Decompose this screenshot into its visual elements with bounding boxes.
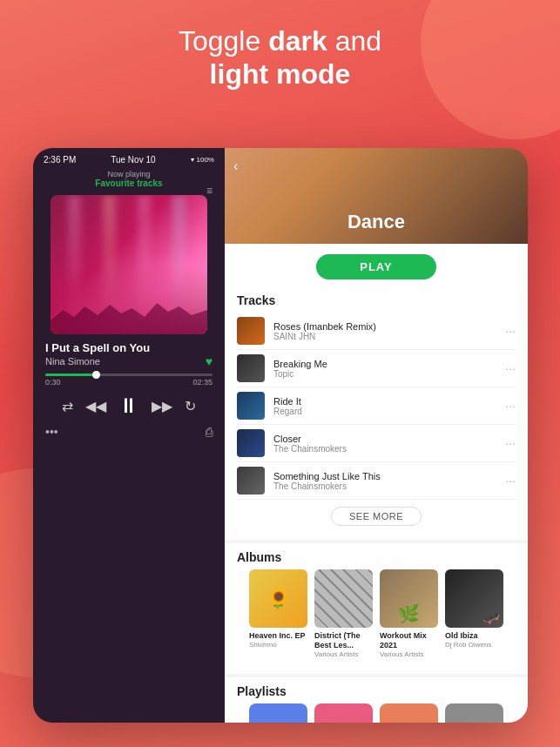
track-thumbnail (237, 429, 265, 457)
album-name: District (The Best Les... (314, 631, 373, 650)
playlists-title: Playlists (237, 684, 516, 698)
header-text: Toggle dark and light mode (0, 24, 560, 91)
song-title: I Put a Spell on You (45, 341, 213, 354)
track-info: Breaking Me Topic (273, 359, 505, 379)
play-pause-button[interactable]: ⏸ (118, 394, 139, 418)
progress-bar[interactable]: 0:30 02:35 (33, 368, 225, 388)
crowd-silhouette (51, 291, 207, 334)
track-thumbnail (237, 467, 265, 495)
table-row: Roses (Imanbek Remix) SAINt JHN ··· (237, 313, 516, 350)
see-more-row: SEE MORE (237, 500, 516, 533)
table-row: Ride It Regard ··· (237, 387, 516, 425)
album-artist: Various Artists (380, 650, 438, 658)
track-name: Roses (Imanbek Remix) (273, 321, 505, 332)
genre-header: ‹ Dance (225, 148, 528, 244)
share-icon[interactable]: ⎙ (206, 425, 213, 439)
list-item[interactable]: 🛹 Old Ibiza Dj Rob Olwens (445, 569, 503, 658)
song-info: I Put a Spell on You Nina Simone ♥ (33, 341, 225, 368)
tracks-section: Tracks Roses (Imanbek Remix) SAINt JHN ·… (225, 286, 528, 540)
back-button[interactable]: ‹ (225, 155, 246, 178)
playback-controls: ⇄ ◀◀ ⏸ ▶▶ ↻ (33, 388, 225, 423)
genre-title: Dance (225, 211, 528, 233)
play-button[interactable]: PLAY (316, 254, 435, 279)
prev-button[interactable]: ◀◀ (85, 398, 106, 414)
tracks-title: Tracks (237, 293, 516, 307)
playlist-label: EDM Motivation (450, 722, 498, 723)
repeat-button[interactable]: ↻ (185, 398, 196, 414)
status-icons: ▾ 100% (191, 156, 214, 164)
genre-panel[interactable]: ‹ Dance PLAY Tracks Roses (Imanbek Remix… (225, 148, 528, 723)
playlist-card-new-dance: New Dance (380, 703, 438, 723)
playlists-grid: Dance Party Dance Party Antoine · Dance … (237, 703, 516, 723)
list-item[interactable]: New Dance New Dance Antoine · Dance & ED… (380, 703, 438, 723)
track-artist: Regard (273, 407, 505, 416)
album-artist: Dj Rob Olwens (445, 641, 503, 649)
list-item[interactable]: District (The Best Les... Various Artist… (314, 569, 373, 658)
albums-grid: 🌻 Heaven Inc. EP Shlohmo District (The B… (237, 569, 516, 667)
playlist-card-edm: EDM Motivation (445, 703, 503, 723)
track-more-icon[interactable]: ··· (505, 474, 516, 488)
track-name: Something Just Like This (273, 471, 505, 481)
now-playing-label: Now playing (33, 170, 225, 178)
track-info: Something Just Like This The Chainsmoker… (273, 471, 505, 491)
track-thumbnail (237, 317, 265, 345)
status-bar: 2:36 PM Tue Nov 10 ▾ 100% (33, 148, 225, 168)
list-item[interactable]: 🌿 Workout Mix 2021 Various Artists (380, 569, 438, 658)
track-more-icon[interactable]: ··· (505, 324, 516, 338)
music-player-panel: 2:36 PM Tue Nov 10 ▾ 100% Now playing Fa… (33, 148, 225, 723)
track-info: Ride It Regard (273, 396, 505, 416)
track-artist: Topic (273, 369, 505, 379)
see-more-button[interactable]: SEE MORE (331, 507, 422, 526)
header-line1: Toggle dark and (0, 24, 560, 57)
dark-word: dark (268, 25, 327, 57)
album-cover-1: 🌻 (249, 569, 307, 628)
playlist-label: Dance Party (254, 722, 302, 723)
track-more-icon[interactable]: ··· (505, 399, 516, 413)
progress-times: 0:30 02:35 (45, 378, 213, 387)
track-thumbnail (237, 354, 265, 382)
more-dots[interactable]: ••• (45, 425, 58, 439)
list-item[interactable]: Feel Good Dance Feel Good Dance Antoine … (314, 703, 373, 723)
album-name: Old Ibiza (445, 631, 503, 641)
next-button[interactable]: ▶▶ (152, 398, 172, 414)
track-info: Closer The Chainsmokers (273, 434, 505, 454)
album-artist: Shlohmo (249, 641, 307, 649)
status-time: 2:36 PM (44, 155, 76, 165)
wifi-icon: ▾ (191, 156, 194, 164)
track-artist: SAINt JHN (273, 332, 505, 341)
track-name: Breaking Me (273, 359, 505, 369)
progress-fill (45, 374, 96, 376)
song-artist-row: Nina Simone ♥ (45, 354, 213, 368)
album-cover-2 (314, 569, 373, 628)
album-name: Heaven Inc. EP (249, 631, 307, 641)
track-artist: The Chainsmokers (273, 481, 505, 491)
time-end: 02:35 (192, 378, 213, 387)
heart-icon[interactable]: ♥ (206, 354, 213, 368)
track-info: Roses (Imanbek Remix) SAINt JHN (273, 321, 505, 341)
album-cover-3: 🌿 (380, 569, 438, 628)
equalizer-icon: ≡ (206, 185, 213, 197)
track-thumbnail (237, 392, 265, 420)
playlist-name: Favourite tracks (33, 178, 225, 188)
albums-title: Albums (237, 550, 516, 564)
phone-mockup: 2:36 PM Tue Nov 10 ▾ 100% Now playing Fa… (33, 148, 528, 723)
light-word: light (210, 58, 269, 90)
playlist-card-feel-good: Feel Good Dance (314, 703, 373, 723)
status-date: Tue Nov 10 (111, 155, 155, 165)
track-more-icon[interactable]: ··· (505, 436, 516, 450)
album-artist: Various Artists (314, 650, 373, 658)
list-item[interactable]: 🌻 Heaven Inc. EP Shlohmo (249, 569, 307, 658)
playlists-section: Playlists Dance Party Dance Party Antoin… (225, 677, 528, 723)
playlist-label: Feel Good Dance (320, 722, 368, 723)
battery-icon: 100% (197, 156, 214, 164)
play-button-row: PLAY (225, 244, 528, 286)
shuffle-button[interactable]: ⇄ (62, 398, 73, 414)
progress-track (45, 374, 213, 376)
list-item[interactable]: Dance Party Dance Party Antoine · Dance … (249, 703, 307, 723)
track-name: Ride It (273, 396, 505, 407)
track-more-icon[interactable]: ··· (505, 361, 516, 375)
list-item[interactable]: EDM Motivation EDM Motivation Antoine · … (445, 703, 503, 723)
artist-name: Nina Simone (45, 356, 100, 367)
time-start: 0:30 (45, 378, 61, 387)
albums-section: Albums 🌻 Heaven Inc. EP Shlohmo District… (225, 543, 528, 674)
